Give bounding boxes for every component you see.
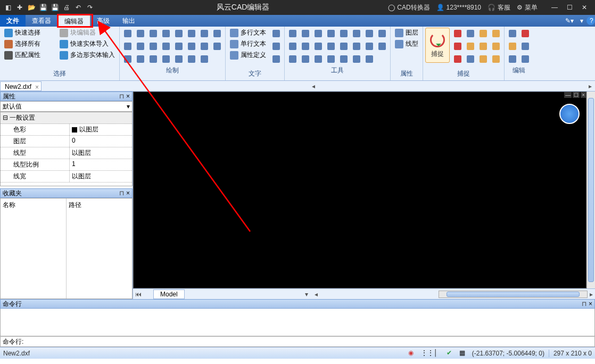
property-row[interactable]: 线型以图层	[1, 147, 132, 159]
draw-tool[interactable]	[173, 40, 185, 52]
pin-icon[interactable]: ⊓	[119, 93, 124, 100]
status-icon[interactable]: │	[434, 349, 442, 358]
save-icon[interactable]: 💾	[38, 3, 48, 12]
snap-tool[interactable]	[477, 53, 489, 65]
property-row[interactable]: 线宽以图层	[1, 171, 132, 183]
hscroll-right[interactable]: ▸	[588, 291, 595, 298]
tool-button[interactable]	[287, 28, 299, 39]
select-all-button[interactable]: 选择所有	[2, 39, 54, 49]
polygon-import-button[interactable]: 多边形实体输入	[57, 50, 117, 60]
print-icon[interactable]: 🖨	[62, 3, 71, 12]
status-icon[interactable]: ◉	[408, 349, 417, 358]
draw-tool[interactable]	[186, 28, 197, 39]
tool-button[interactable]	[363, 53, 375, 65]
panel-close-icon[interactable]: ×	[589, 300, 592, 308]
redo-icon[interactable]: ↷	[85, 3, 95, 12]
tool-button[interactable]	[338, 53, 350, 65]
canvas-min-icon[interactable]: —	[564, 92, 572, 98]
tool-button[interactable]	[300, 40, 311, 52]
status-icon[interactable]: ✔	[447, 349, 455, 358]
horizontal-scrollbar[interactable]	[439, 291, 588, 298]
converter-button[interactable]: ◯ CAD转换器	[388, 3, 429, 12]
draw-tool[interactable]	[199, 53, 210, 65]
tab-viewer[interactable]: 查看器	[26, 15, 57, 27]
draw-tool[interactable]	[135, 40, 146, 52]
draw-tool[interactable]	[173, 53, 185, 65]
tool-button[interactable]	[287, 40, 299, 52]
tool-button[interactable]	[376, 40, 388, 52]
draw-tool[interactable]	[147, 28, 159, 39]
tool-button[interactable]	[338, 40, 350, 52]
properties-grid[interactable]: ⊟ 一般设置 色彩以图层图层0线型以图层线型比例1线宽以图层	[0, 112, 133, 186]
tool-button[interactable]	[325, 53, 337, 65]
draw-tool[interactable]	[160, 53, 172, 65]
draw-tool[interactable]	[135, 28, 146, 39]
tool-button[interactable]	[351, 28, 362, 39]
close-tab-icon[interactable]: ×	[35, 82, 39, 92]
tool-button[interactable]	[363, 40, 375, 52]
text-tool[interactable]	[270, 28, 282, 39]
edit-tool[interactable]	[519, 53, 531, 65]
tab-advanced[interactable]: 高级	[90, 15, 116, 27]
properties-panel-header[interactable]: 属性 ⊓ ×	[0, 92, 133, 101]
stext-button[interactable]: 单行文本	[228, 39, 268, 49]
close-button[interactable]: ✕	[578, 4, 591, 11]
draw-tool[interactable]	[160, 28, 172, 39]
pin-icon[interactable]: ⊓	[119, 189, 124, 197]
vertical-scrollbar[interactable]	[586, 92, 595, 288]
model-tab[interactable]: Model	[153, 289, 185, 299]
snap-tool[interactable]	[477, 28, 489, 39]
property-row[interactable]: 色彩以图层	[1, 124, 132, 136]
prop-section-general[interactable]: ⊟ 一般设置	[1, 112, 132, 124]
draw-tool[interactable]	[211, 40, 223, 52]
tool-button[interactable]	[325, 28, 337, 39]
text-tool[interactable]	[270, 53, 282, 65]
favorites-panel-header[interactable]: 收藏夹 ⊓ ×	[0, 188, 133, 198]
tool-button[interactable]	[312, 28, 324, 39]
viewcube-icon[interactable]	[559, 104, 580, 124]
status-icon[interactable]: ⋮⋮	[421, 349, 429, 358]
prop-preset-combo[interactable]: 默认值 ▾	[0, 101, 133, 112]
draw-tool[interactable]	[160, 40, 172, 52]
maximize-button[interactable]: ☐	[563, 4, 576, 11]
dropdown-icon[interactable]: ▾	[577, 17, 586, 24]
tool-button[interactable]	[325, 40, 337, 52]
edit-tool[interactable]	[519, 28, 531, 39]
tool-icon[interactable]: ✎▾	[562, 17, 577, 24]
tool-button[interactable]	[300, 53, 311, 65]
help-icon[interactable]: ?	[586, 16, 595, 25]
edit-tool[interactable]	[519, 40, 531, 52]
tool-button[interactable]	[287, 53, 299, 65]
user-label[interactable]: 👤 123****8910	[436, 4, 481, 11]
snap-button[interactable]: 捕捉	[425, 28, 450, 63]
snap-tool[interactable]	[465, 40, 476, 52]
draw-tool[interactable]	[186, 40, 197, 52]
match-props-button[interactable]: 匹配属性	[2, 50, 54, 60]
tab-scroll-left[interactable]: ◂	[309, 82, 318, 90]
tool-button[interactable]	[312, 40, 324, 52]
tab-output[interactable]: 输出	[116, 15, 142, 27]
edit-tool[interactable]	[507, 28, 518, 39]
tab-file[interactable]: 文件	[0, 15, 26, 27]
linetype-button[interactable]: 线型	[393, 39, 420, 49]
canvas-max-icon[interactable]: ☐	[573, 92, 580, 98]
sheet-nav-first[interactable]: ⏮	[133, 291, 144, 298]
draw-tool[interactable]	[122, 40, 134, 52]
attdef-button[interactable]: 属性定义	[228, 50, 268, 60]
draw-tool[interactable]	[199, 28, 210, 39]
draw-tool[interactable]	[122, 28, 134, 39]
draw-tool[interactable]	[147, 53, 159, 65]
property-row[interactable]: 线型比例1	[1, 159, 132, 171]
tab-scroll-right[interactable]: ▸	[585, 82, 595, 90]
status-icon[interactable]: ▦	[459, 349, 468, 358]
property-row[interactable]: 图层0	[1, 136, 132, 147]
tab-editor[interactable]: 编辑器	[57, 15, 90, 27]
new-icon[interactable]: ✚	[15, 3, 24, 12]
text-tool[interactable]	[270, 40, 282, 52]
panel-close-icon[interactable]: ×	[126, 189, 130, 197]
panel-close-icon[interactable]: ×	[126, 93, 130, 100]
pin-icon[interactable]: ⊓	[582, 300, 586, 308]
snap-tool[interactable]	[452, 28, 464, 39]
tool-button[interactable]	[376, 28, 388, 39]
snap-tool[interactable]	[490, 40, 502, 52]
